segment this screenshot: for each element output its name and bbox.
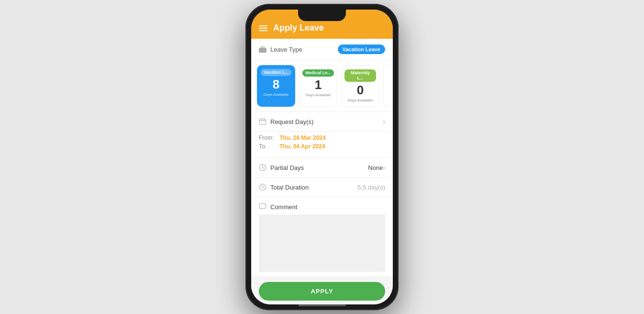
selected-leave-badge: Vacation Leave bbox=[338, 45, 386, 54]
total-duration-label: Total Duration bbox=[270, 184, 309, 191]
bottom-section: APPLY bbox=[251, 276, 393, 304]
partial-days-value: None bbox=[368, 164, 383, 171]
svg-rect-12 bbox=[260, 204, 266, 209]
to-date-row: To: Thu, 04 Apr 2024 bbox=[259, 143, 385, 150]
phone-notch bbox=[298, 10, 346, 21]
from-value: Thu, 28 Mar 2024 bbox=[279, 135, 326, 141]
leave-type-label: Leave Type bbox=[270, 46, 302, 53]
leave-card-maternity[interactable]: Maternity L... 0 Days Available bbox=[341, 65, 379, 107]
vacation-card-number: 8 bbox=[273, 78, 279, 90]
request-days-label: Request Day(s) bbox=[270, 118, 313, 125]
svg-rect-1 bbox=[261, 46, 264, 48]
duration-clock-icon bbox=[259, 183, 266, 191]
maternity-card-badge: Maternity L... bbox=[344, 69, 376, 82]
leave-card-medical[interactable]: Medical Le... 1 Days Available bbox=[299, 65, 337, 107]
comment-textarea[interactable] bbox=[259, 214, 385, 272]
chevron-right-icon: › bbox=[383, 118, 385, 125]
medical-card-badge: Medical Le... bbox=[302, 69, 334, 77]
calendar-icon bbox=[259, 118, 266, 125]
total-duration-value: 5.5 day(s) bbox=[357, 184, 385, 191]
page-title: Apply Leave bbox=[273, 23, 324, 33]
medical-card-days: Days Available bbox=[306, 93, 331, 98]
maternity-card-number: 0 bbox=[357, 84, 364, 96]
apply-button[interactable]: APPLY bbox=[259, 282, 385, 301]
comment-label: Comment bbox=[270, 203, 297, 211]
leave-cards-container: Vacation L... 8 Days Available Medical L… bbox=[251, 60, 393, 112]
to-label: To: bbox=[259, 143, 276, 150]
phone-home-bar bbox=[298, 304, 346, 306]
partial-days-row[interactable]: Partial Days None › bbox=[251, 158, 393, 178]
from-date-row: From: Thu, 28 Mar 2024 bbox=[259, 135, 385, 141]
comment-icon bbox=[259, 203, 266, 211]
vacation-card-badge: Vacation L... bbox=[261, 69, 292, 76]
phone-screen: Apply Leave Leave Type Va bbox=[251, 10, 393, 304]
medical-card-number: 1 bbox=[315, 78, 322, 91]
from-label: From: bbox=[259, 135, 276, 141]
svg-line-11 bbox=[263, 187, 264, 188]
clock-icon bbox=[259, 164, 266, 171]
comment-section: Comment bbox=[251, 197, 393, 276]
app-container: Apply Leave Leave Type Va bbox=[251, 10, 393, 304]
partial-days-chevron: › bbox=[383, 164, 385, 171]
svg-rect-0 bbox=[259, 48, 266, 53]
svg-line-8 bbox=[263, 168, 264, 168]
svg-rect-2 bbox=[260, 119, 266, 125]
hamburger-menu-button[interactable] bbox=[259, 25, 267, 31]
request-days-row[interactable]: Request Day(s) › bbox=[251, 112, 393, 132]
leave-card-paid[interactable]: Pai... Days bbox=[383, 65, 393, 107]
partial-days-label: Partial Days bbox=[270, 164, 304, 171]
total-duration-row: Total Duration 5.5 day(s) bbox=[251, 178, 393, 197]
leave-type-row[interactable]: Leave Type Vacation Leave bbox=[251, 39, 393, 60]
maternity-card-days: Days Available bbox=[348, 98, 373, 103]
phone-frame: Apply Leave Leave Type Va bbox=[245, 4, 399, 310]
briefcase-icon bbox=[259, 45, 266, 53]
to-value: Thu, 04 Apr 2024 bbox=[279, 143, 325, 150]
date-sub-section: From: Thu, 28 Mar 2024 To: Thu, 04 Apr 2… bbox=[251, 132, 393, 158]
vacation-card-days: Days Available bbox=[264, 92, 289, 97]
leave-card-vacation[interactable]: Vacation L... 8 Days Available bbox=[257, 65, 295, 107]
main-content: Leave Type Vacation Leave Vacation L... … bbox=[251, 39, 393, 276]
